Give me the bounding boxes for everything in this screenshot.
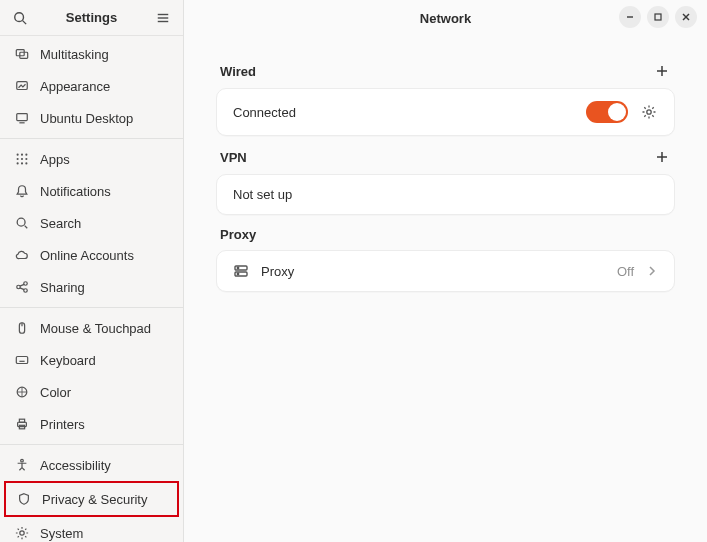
sidebar-item-privacy-security[interactable]: Privacy & Security (6, 483, 177, 515)
svg-point-39 (21, 459, 24, 462)
svg-point-23 (24, 289, 28, 293)
svg-rect-42 (655, 14, 661, 20)
main-panel: Network Wired (184, 0, 707, 542)
section-header-vpn: VPN (220, 148, 671, 166)
wired-settings-button[interactable] (640, 103, 658, 121)
hamburger-icon[interactable] (153, 8, 173, 28)
svg-point-17 (21, 162, 23, 164)
sidebar-item-notifications[interactable]: Notifications (0, 175, 183, 207)
section-header-wired: Wired (220, 62, 671, 80)
mouse-icon (14, 320, 30, 336)
svg-point-52 (237, 267, 238, 268)
apps-icon (14, 151, 30, 167)
sidebar-header: Settings (0, 0, 183, 36)
sidebar-item-label: Notifications (40, 184, 111, 199)
svg-point-47 (647, 110, 651, 114)
svg-point-10 (17, 154, 19, 156)
main-header: Network (184, 0, 707, 36)
svg-point-40 (20, 531, 24, 535)
sidebar-item-label: Search (40, 216, 81, 231)
printer-icon (14, 416, 30, 432)
sidebar-item-multitasking[interactable]: Multitasking (0, 38, 183, 70)
sidebar-item-system[interactable]: System (0, 517, 183, 542)
separator (0, 138, 183, 139)
svg-point-13 (17, 158, 19, 160)
sidebar-item-label: System (40, 526, 83, 541)
sidebar-item-label: Sharing (40, 280, 85, 295)
svg-rect-8 (17, 114, 28, 121)
svg-point-14 (21, 158, 23, 160)
svg-line-1 (23, 20, 27, 24)
svg-point-16 (17, 162, 19, 164)
svg-point-18 (25, 162, 27, 164)
sidebar-item-sharing[interactable]: Sharing (0, 271, 183, 303)
search-icon[interactable] (10, 8, 30, 28)
sidebar-item-color[interactable]: Color (0, 376, 183, 408)
svg-point-21 (17, 285, 21, 289)
add-vpn-button[interactable] (653, 148, 671, 166)
sidebar-item-apps[interactable]: Apps (0, 143, 183, 175)
svg-line-25 (20, 288, 24, 290)
highlight-annotation: Privacy & Security (4, 481, 179, 517)
sidebar-item-label: Privacy & Security (42, 492, 147, 507)
minimize-button[interactable] (619, 6, 641, 28)
shield-icon (16, 491, 32, 507)
proxy-icon (233, 263, 249, 279)
separator (0, 444, 183, 445)
sidebar-item-label: Printers (40, 417, 85, 432)
keyboard-icon (14, 352, 30, 368)
svg-point-0 (15, 12, 24, 21)
separator (0, 307, 183, 308)
sidebar-item-label: Accessibility (40, 458, 111, 473)
sidebar-item-accessibility[interactable]: Accessibility (0, 449, 183, 481)
accessibility-icon (14, 457, 30, 473)
svg-point-22 (24, 282, 28, 286)
sidebar-item-label: Online Accounts (40, 248, 134, 263)
svg-point-19 (17, 218, 25, 226)
bell-icon (14, 183, 30, 199)
sidebar-item-label: Apps (40, 152, 70, 167)
maximize-button[interactable] (647, 6, 669, 28)
sidebar-item-keyboard[interactable]: Keyboard (0, 344, 183, 376)
page-title: Network (420, 11, 471, 26)
svg-point-53 (237, 273, 238, 274)
sidebar-item-printers[interactable]: Printers (0, 408, 183, 440)
cloud-icon (14, 247, 30, 263)
appearance-icon (14, 78, 30, 94)
sidebar-title: Settings (30, 10, 153, 25)
content: Wired Connected VPN Not set up (184, 36, 707, 306)
desktop-icon (14, 110, 30, 126)
section-title: Wired (220, 64, 256, 79)
sidebar: Settings Multitasking Appearance (0, 0, 184, 542)
svg-rect-37 (19, 419, 24, 422)
sidebar-item-mouse-touchpad[interactable]: Mouse & Touchpad (0, 312, 183, 344)
sidebar-item-label: Multitasking (40, 47, 109, 62)
settings-window: Settings Multitasking Appearance (0, 0, 707, 542)
multitasking-icon (14, 46, 30, 62)
svg-rect-28 (16, 357, 27, 364)
sidebar-item-appearance[interactable]: Appearance (0, 70, 183, 102)
svg-point-15 (25, 158, 27, 160)
vpn-status: Not set up (233, 187, 658, 202)
sidebar-item-search[interactable]: Search (0, 207, 183, 239)
wired-status: Connected (233, 105, 574, 120)
sidebar-item-label: Color (40, 385, 71, 400)
sidebar-item-ubuntu-desktop[interactable]: Ubuntu Desktop (0, 102, 183, 134)
sidebar-item-online-accounts[interactable]: Online Accounts (0, 239, 183, 271)
close-button[interactable] (675, 6, 697, 28)
proxy-label: Proxy (261, 264, 605, 279)
sidebar-item-label: Appearance (40, 79, 110, 94)
proxy-value: Off (617, 264, 634, 279)
sidebar-item-label: Mouse & Touchpad (40, 321, 151, 336)
svg-line-20 (25, 226, 28, 229)
wired-toggle[interactable] (586, 101, 628, 123)
section-title: VPN (220, 150, 247, 165)
color-icon (14, 384, 30, 400)
svg-point-11 (21, 154, 23, 156)
sidebar-item-label: Ubuntu Desktop (40, 111, 133, 126)
proxy-row[interactable]: Proxy Off (216, 250, 675, 292)
svg-line-24 (20, 284, 24, 286)
search-icon (14, 215, 30, 231)
add-wired-button[interactable] (653, 62, 671, 80)
section-title: Proxy (220, 227, 256, 242)
